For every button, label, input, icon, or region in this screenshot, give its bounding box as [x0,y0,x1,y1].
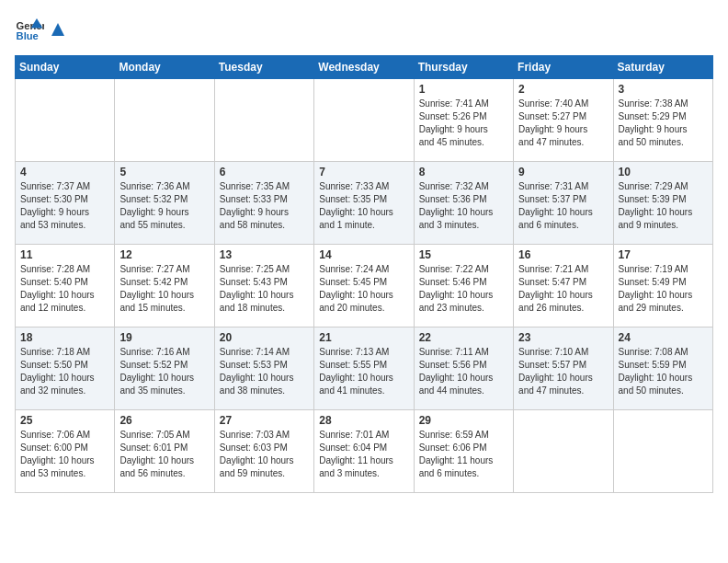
calendar-cell: 10Sunrise: 7:29 AM Sunset: 5:39 PM Dayli… [613,162,712,245]
calendar-cell: 25Sunrise: 7:06 AM Sunset: 6:00 PM Dayli… [16,410,115,493]
day-number: 6 [220,166,309,178]
calendar-cell: 11Sunrise: 7:28 AM Sunset: 5:40 PM Dayli… [16,245,115,327]
day-info: Sunrise: 7:40 AM Sunset: 5:27 PM Dayligh… [518,98,608,149]
logo-triangle-icon [50,21,66,38]
day-info: Sunrise: 7:10 AM Sunset: 5:57 PM Dayligh… [518,346,608,397]
day-info: Sunrise: 7:08 AM Sunset: 5:59 PM Dayligh… [619,346,708,397]
calendar-cell [214,79,313,162]
week-row-5: 25Sunrise: 7:06 AM Sunset: 6:00 PM Dayli… [16,410,713,493]
calendar-cell: 29Sunrise: 6:59 AM Sunset: 6:06 PM Dayli… [414,410,513,493]
calendar-cell [115,79,214,162]
day-number: 27 [220,414,309,427]
calendar-cell: 20Sunrise: 7:14 AM Sunset: 5:53 PM Dayli… [214,327,313,410]
calendar-cell: 15Sunrise: 7:22 AM Sunset: 5:46 PM Dayli… [414,245,513,327]
day-info: Sunrise: 7:25 AM Sunset: 5:43 PM Dayligh… [220,263,309,315]
day-number: 21 [319,331,408,344]
day-number: 24 [619,331,708,344]
logo-icon: General Blue [15,15,44,44]
calendar-cell: 13Sunrise: 7:25 AM Sunset: 5:43 PM Dayli… [214,245,313,327]
calendar-cell: 23Sunrise: 7:10 AM Sunset: 5:57 PM Dayli… [514,327,613,410]
day-info: Sunrise: 7:28 AM Sunset: 5:40 PM Dayligh… [20,263,109,315]
day-number: 20 [220,331,309,344]
day-info: Sunrise: 7:33 AM Sunset: 5:35 PM Dayligh… [319,180,408,232]
header-friday: Friday [514,56,613,79]
day-number: 12 [119,248,209,261]
day-number: 23 [518,331,608,344]
day-info: Sunrise: 7:24 AM Sunset: 5:45 PM Dayligh… [319,263,408,315]
day-info: Sunrise: 7:36 AM Sunset: 5:32 PM Dayligh… [119,180,209,232]
calendar-cell: 18Sunrise: 7:18 AM Sunset: 5:50 PM Dayli… [16,327,115,410]
calendar-cell [613,410,712,493]
day-info: Sunrise: 7:31 AM Sunset: 5:37 PM Dayligh… [518,180,608,232]
day-info: Sunrise: 7:05 AM Sunset: 6:01 PM Dayligh… [119,429,209,480]
calendar-cell: 2Sunrise: 7:40 AM Sunset: 5:27 PM Daylig… [514,79,613,162]
day-number: 2 [518,83,608,96]
day-info: Sunrise: 7:22 AM Sunset: 5:46 PM Dayligh… [419,263,508,315]
day-number: 18 [20,331,109,344]
calendar-cell: 12Sunrise: 7:27 AM Sunset: 5:42 PM Dayli… [115,245,214,327]
day-info: Sunrise: 7:14 AM Sunset: 5:53 PM Dayligh… [220,346,309,397]
day-info: Sunrise: 7:41 AM Sunset: 5:26 PM Dayligh… [419,98,508,149]
day-info: Sunrise: 7:06 AM Sunset: 6:00 PM Dayligh… [20,429,109,480]
day-number: 1 [419,83,508,96]
day-info: Sunrise: 7:18 AM Sunset: 5:50 PM Dayligh… [20,346,109,397]
day-number: 5 [119,166,209,178]
day-number: 22 [419,331,508,344]
day-number: 26 [119,414,209,427]
calendar-cell: 1Sunrise: 7:41 AM Sunset: 5:26 PM Daylig… [414,79,513,162]
header-wednesday: Wednesday [314,56,414,79]
calendar-cell [16,79,115,162]
day-info: Sunrise: 7:21 AM Sunset: 5:47 PM Dayligh… [518,263,608,315]
day-number: 29 [419,414,508,427]
calendar-cell: 7Sunrise: 7:33 AM Sunset: 5:35 PM Daylig… [314,162,414,245]
calendar-cell: 14Sunrise: 7:24 AM Sunset: 5:45 PM Dayli… [314,245,414,327]
calendar-cell: 5Sunrise: 7:36 AM Sunset: 5:32 PM Daylig… [115,162,214,245]
calendar-cell: 24Sunrise: 7:08 AM Sunset: 5:59 PM Dayli… [613,327,712,410]
calendar-cell: 6Sunrise: 7:35 AM Sunset: 5:33 PM Daylig… [214,162,313,245]
day-number: 13 [220,248,309,261]
day-number: 4 [20,166,109,178]
day-number: 10 [619,166,708,178]
calendar-cell: 21Sunrise: 7:13 AM Sunset: 5:55 PM Dayli… [314,327,414,410]
day-info: Sunrise: 7:01 AM Sunset: 6:04 PM Dayligh… [319,429,408,480]
svg-marker-3 [51,23,64,36]
day-info: Sunrise: 7:19 AM Sunset: 5:49 PM Dayligh… [619,263,708,315]
calendar-cell: 27Sunrise: 7:03 AM Sunset: 6:03 PM Dayli… [214,410,313,493]
day-info: Sunrise: 7:11 AM Sunset: 5:56 PM Dayligh… [419,346,508,397]
day-info: Sunrise: 7:38 AM Sunset: 5:29 PM Dayligh… [619,98,708,149]
calendar-table: SundayMondayTuesdayWednesdayThursdayFrid… [15,55,713,493]
day-number: 16 [518,248,608,261]
week-row-2: 4Sunrise: 7:37 AM Sunset: 5:30 PM Daylig… [16,162,713,245]
calendar-cell: 3Sunrise: 7:38 AM Sunset: 5:29 PM Daylig… [613,79,712,162]
calendar-cell: 26Sunrise: 7:05 AM Sunset: 6:01 PM Dayli… [115,410,214,493]
calendar-cell: 16Sunrise: 7:21 AM Sunset: 5:47 PM Dayli… [514,245,613,327]
header-thursday: Thursday [414,56,513,79]
day-number: 28 [319,414,408,427]
day-number: 19 [119,331,209,344]
day-number: 8 [419,166,508,178]
header-saturday: Saturday [613,56,712,79]
calendar-cell: 28Sunrise: 7:01 AM Sunset: 6:04 PM Dayli… [314,410,414,493]
day-number: 9 [518,166,608,178]
day-info: Sunrise: 7:37 AM Sunset: 5:30 PM Dayligh… [20,180,109,232]
header-sunday: Sunday [16,56,115,79]
week-row-3: 11Sunrise: 7:28 AM Sunset: 5:40 PM Dayli… [16,245,713,327]
week-row-4: 18Sunrise: 7:18 AM Sunset: 5:50 PM Dayli… [16,327,713,410]
page-header: General Blue [15,15,713,44]
day-number: 25 [20,414,109,427]
calendar-cell [314,79,414,162]
day-number: 3 [619,83,708,96]
calendar-cell: 22Sunrise: 7:11 AM Sunset: 5:56 PM Dayli… [414,327,513,410]
day-number: 11 [20,248,109,261]
calendar-cell: 4Sunrise: 7:37 AM Sunset: 5:30 PM Daylig… [16,162,115,245]
svg-text:Blue: Blue [17,30,39,41]
day-number: 17 [619,248,708,261]
day-info: Sunrise: 7:16 AM Sunset: 5:52 PM Dayligh… [119,346,209,397]
calendar-cell [514,410,613,493]
header-monday: Monday [115,56,214,79]
day-info: Sunrise: 6:59 AM Sunset: 6:06 PM Dayligh… [419,429,508,480]
day-info: Sunrise: 7:03 AM Sunset: 6:03 PM Dayligh… [220,429,309,480]
day-number: 7 [319,166,408,178]
day-info: Sunrise: 7:13 AM Sunset: 5:55 PM Dayligh… [319,346,408,397]
day-number: 14 [319,248,408,261]
